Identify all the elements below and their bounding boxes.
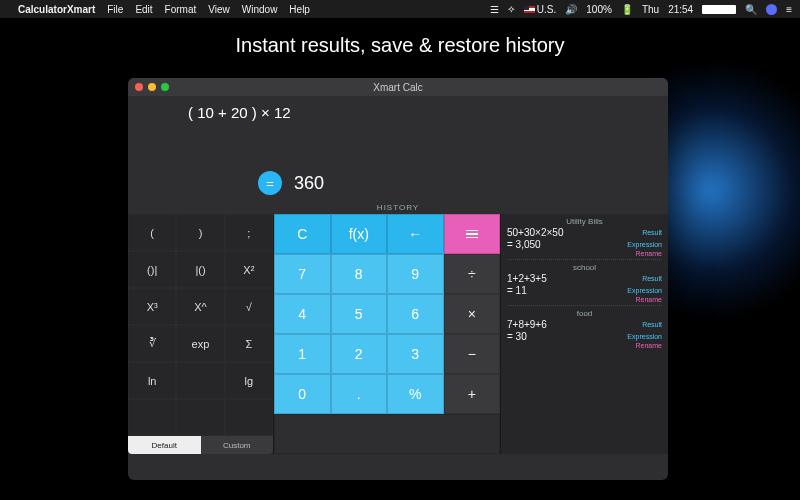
- menubar-notifications-icon[interactable]: ≡: [786, 4, 792, 15]
- history-expression[interactable]: 1+2+3+5: [507, 273, 547, 284]
- key-clear[interactable]: C: [274, 214, 331, 254]
- key-lg[interactable]: lg: [225, 362, 273, 399]
- menubar-extra-icon[interactable]: [766, 4, 777, 15]
- menubar-volume-value: 100%: [586, 4, 612, 15]
- key-ln[interactable]: ln: [128, 362, 176, 399]
- menubar-stacks-icon[interactable]: ☰: [490, 4, 499, 15]
- history-action-expression[interactable]: Expression: [627, 333, 662, 340]
- history-action-expression[interactable]: Expression: [627, 241, 662, 248]
- history-group: school 1+2+3+5 Result = 11 Expression Re…: [507, 259, 662, 305]
- key-paren-abs-r[interactable]: |(): [176, 251, 224, 288]
- history-expression[interactable]: 50+30×2×50: [507, 227, 563, 238]
- marketing-headline: Instant results, save & restore history: [0, 34, 800, 57]
- menubar-search-icon[interactable]: 🔍: [745, 4, 757, 15]
- menu-format[interactable]: Format: [165, 4, 197, 15]
- expression-text: ( 10 + 20 ) × 12: [188, 104, 652, 121]
- history-group-title: food: [507, 309, 662, 318]
- key-8[interactable]: 8: [331, 254, 388, 294]
- history-action-result[interactable]: Result: [642, 229, 662, 236]
- app-window: Xmart Calc ( 10 + 20 ) × 12 = 360 HISTOR…: [128, 78, 668, 480]
- main-keypad: C f(x) ← 7 8 9 ÷ 4 5 6 × 1 2 3 − 0 . % +: [274, 214, 500, 454]
- key-add[interactable]: +: [444, 374, 501, 414]
- key-7[interactable]: 7: [274, 254, 331, 294]
- history-group: food 7+8+9+6 Result = 30 Expression Rena…: [507, 305, 662, 351]
- key-subtract[interactable]: −: [444, 334, 501, 374]
- history-result[interactable]: = 3,050: [507, 239, 541, 250]
- history-action-result[interactable]: Result: [642, 321, 662, 328]
- key-multiply[interactable]: ×: [444, 294, 501, 334]
- history-action-result[interactable]: Result: [642, 275, 662, 282]
- key-percent[interactable]: %: [387, 374, 444, 414]
- window-title: Xmart Calc: [128, 82, 668, 93]
- key-4[interactable]: 4: [274, 294, 331, 334]
- history-header-label: HISTORY: [128, 203, 668, 212]
- adv-tab-custom[interactable]: Custom: [201, 436, 274, 454]
- key-6[interactable]: 6: [387, 294, 444, 334]
- key-paren-abs-l[interactable]: ()|: [128, 251, 176, 288]
- menu-help[interactable]: Help: [289, 4, 310, 15]
- history-expression[interactable]: 7+8+9+6: [507, 319, 547, 330]
- history-panel: Utility Bills 50+30×2×50 Result = 3,050 …: [500, 214, 668, 454]
- key-9[interactable]: 9: [387, 254, 444, 294]
- key-empty-3: [225, 399, 273, 436]
- key-x-power[interactable]: X^: [176, 288, 224, 325]
- key-divide[interactable]: ÷: [444, 254, 501, 294]
- key-semicolon[interactable]: ;: [225, 214, 273, 251]
- menubar-day: Thu: [642, 4, 659, 15]
- key-empty-1: [128, 399, 176, 436]
- menubar-user-block[interactable]: [702, 5, 736, 14]
- menubar-time: 21:54: [668, 4, 693, 15]
- key-cbrt[interactable]: ∛: [128, 325, 176, 362]
- menubar-volume-icon[interactable]: 🔊: [565, 4, 577, 15]
- result-text: 360: [294, 173, 324, 194]
- advanced-keypad: ( ) ; ()| |() X² X³ X^ √ ∛ exp Σ ln lg: [128, 214, 274, 454]
- menubar-bluetooth-icon[interactable]: ⟡: [508, 3, 515, 15]
- key-empty-2: [176, 399, 224, 436]
- key-0[interactable]: 0: [274, 374, 331, 414]
- key-exp[interactable]: exp: [176, 325, 224, 362]
- menubar-app-name[interactable]: CalculatorXmart: [18, 4, 95, 15]
- adv-tab-default[interactable]: Default: [128, 436, 201, 454]
- menu-file[interactable]: File: [107, 4, 123, 15]
- key-5[interactable]: 5: [331, 294, 388, 334]
- window-titlebar[interactable]: Xmart Calc: [128, 78, 668, 96]
- menubar-input-source[interactable]: U.S.: [524, 4, 556, 15]
- key-history-toggle[interactable]: [444, 214, 501, 254]
- key-x-squared[interactable]: X²: [225, 251, 273, 288]
- history-action-rename[interactable]: Rename: [636, 250, 662, 257]
- history-result[interactable]: = 11: [507, 285, 527, 296]
- history-action-expression[interactable]: Expression: [627, 287, 662, 294]
- key-x-cubed[interactable]: X³: [128, 288, 176, 325]
- key-dot[interactable]: .: [331, 374, 388, 414]
- key-open-paren[interactable]: (: [128, 214, 176, 251]
- key-function[interactable]: f(x): [331, 214, 388, 254]
- hamburger-icon: [466, 230, 478, 239]
- history-result[interactable]: = 30: [507, 331, 527, 342]
- key-1[interactable]: 1: [274, 334, 331, 374]
- keypad-footer: [274, 414, 500, 454]
- equals-badge-icon: =: [258, 171, 282, 195]
- key-close-paren[interactable]: ): [176, 214, 224, 251]
- menu-view[interactable]: View: [208, 4, 230, 15]
- key-blank[interactable]: [176, 362, 224, 399]
- menubar-battery-icon[interactable]: 🔋: [621, 4, 633, 15]
- menu-window[interactable]: Window: [242, 4, 278, 15]
- key-sigma[interactable]: Σ: [225, 325, 273, 362]
- key-backspace[interactable]: ←: [387, 214, 444, 254]
- key-3[interactable]: 3: [387, 334, 444, 374]
- key-2[interactable]: 2: [331, 334, 388, 374]
- menu-edit[interactable]: Edit: [135, 4, 152, 15]
- calculator-display: ( 10 + 20 ) × 12 = 360: [128, 96, 668, 203]
- key-sqrt[interactable]: √: [225, 288, 273, 325]
- history-group-title: Utility Bills: [507, 217, 662, 226]
- macos-menubar: CalculatorXmart File Edit Format View Wi…: [0, 0, 800, 18]
- history-action-rename[interactable]: Rename: [636, 342, 662, 349]
- history-group-title: school: [507, 263, 662, 272]
- history-group: Utility Bills 50+30×2×50 Result = 3,050 …: [507, 214, 662, 259]
- history-action-rename[interactable]: Rename: [636, 296, 662, 303]
